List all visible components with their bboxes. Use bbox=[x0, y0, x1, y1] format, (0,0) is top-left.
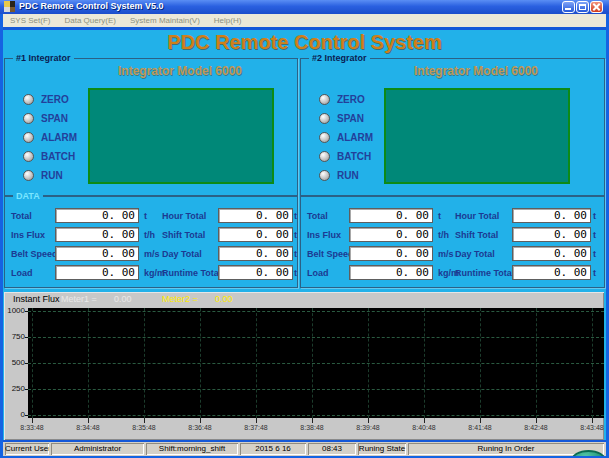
ins-flux-unit: t/h bbox=[144, 230, 155, 240]
integrator-2-caption: #2 Integrator bbox=[309, 53, 370, 64]
led-row-span: SPAN bbox=[23, 112, 68, 125]
y-tick bbox=[25, 363, 28, 364]
day-total-field[interactable]: 0. 00 bbox=[218, 246, 293, 261]
runtime-total-field[interactable]: 0. 00 bbox=[218, 265, 293, 280]
load-label: Load bbox=[307, 268, 329, 278]
title-bar[interactable]: PDC Remote Control System V5.0 bbox=[0, 0, 609, 14]
gridline bbox=[424, 308, 425, 418]
runtime-total-label: Runtime Total bbox=[455, 268, 514, 278]
ins-flux-field[interactable]: 0. 00 bbox=[55, 227, 139, 242]
menu-sys-set[interactable]: SYS Set(F) bbox=[3, 14, 57, 27]
gridline bbox=[144, 308, 145, 418]
gridline bbox=[368, 308, 369, 418]
led-row-span: SPAN bbox=[319, 112, 364, 125]
led-row-zero: ZERO bbox=[23, 93, 69, 106]
y-axis-tick-label: 500 bbox=[4, 359, 25, 367]
integrator-1-model-label: Integrator Model 6000 bbox=[85, 64, 275, 78]
shift-total-field[interactable]: 0. 00 bbox=[218, 227, 293, 242]
x-axis-tick-label: 8:43:48 bbox=[580, 424, 603, 431]
status-running-state-label: Runing State bbox=[358, 443, 406, 455]
hour-total-field[interactable]: 0. 00 bbox=[512, 208, 591, 223]
total-field[interactable]: 0. 00 bbox=[55, 208, 139, 223]
x-tick bbox=[32, 418, 33, 423]
integrator-1-display bbox=[88, 88, 274, 184]
x-tick bbox=[144, 418, 145, 423]
batch-led-label: BATCH bbox=[337, 151, 371, 162]
shift-total-field[interactable]: 0. 00 bbox=[512, 227, 591, 242]
maximize-button[interactable] bbox=[576, 1, 589, 13]
hour-total-label: Hour Total bbox=[162, 211, 206, 221]
y-tick bbox=[25, 389, 28, 390]
x-axis-tick-label: 8:34:48 bbox=[76, 424, 99, 431]
load-field[interactable]: 0. 00 bbox=[55, 265, 139, 280]
belt-speed-field[interactable]: 0. 00 bbox=[55, 246, 139, 261]
ins-flux-label: Ins Flux bbox=[11, 230, 45, 240]
batch-led-icon[interactable] bbox=[23, 151, 34, 162]
status-bar: Current User Administrator Shift:morning… bbox=[3, 442, 606, 456]
day-total-label: Day Total bbox=[162, 249, 202, 259]
ins-flux-field[interactable]: 0. 00 bbox=[349, 227, 433, 242]
batch-led-icon[interactable] bbox=[319, 151, 330, 162]
hour-total-label: Hour Total bbox=[455, 211, 499, 221]
x-axis-tick-label: 8:42:48 bbox=[524, 424, 547, 431]
runtime-total-field[interactable]: 0. 00 bbox=[512, 265, 591, 280]
maximize-icon bbox=[579, 4, 586, 10]
hour-total-field[interactable]: 0. 00 bbox=[218, 208, 293, 223]
menu-system-maintain[interactable]: System Maintain(V) bbox=[123, 14, 207, 27]
x-tick bbox=[256, 418, 257, 423]
load-label: Load bbox=[11, 268, 33, 278]
ins-flux-label: Ins Flux bbox=[307, 230, 341, 240]
batch-led-label: BATCH bbox=[41, 151, 75, 162]
alarm-led-label: ALARM bbox=[41, 132, 77, 143]
gridline bbox=[28, 311, 604, 312]
gridline bbox=[28, 337, 604, 338]
close-button[interactable] bbox=[590, 1, 603, 13]
gridline bbox=[200, 308, 201, 418]
menu-divider bbox=[3, 27, 606, 30]
day-total-field[interactable]: 0. 00 bbox=[512, 246, 591, 261]
span-led-label: SPAN bbox=[41, 113, 68, 124]
runtime-total-unit: t bbox=[593, 268, 596, 278]
status-time: 08:43 bbox=[308, 443, 356, 455]
minimize-button[interactable] bbox=[562, 1, 575, 13]
x-axis-tick-label: 8:33:48 bbox=[20, 424, 43, 431]
trend-chart-panel: Instant Flux Meter1 = 0.00 Meter2 = 0.00… bbox=[4, 292, 604, 440]
status-date: 2015 6 16 bbox=[240, 443, 306, 455]
zero-led-icon[interactable] bbox=[319, 94, 330, 105]
belt-speed-label: Belt Speed bbox=[307, 249, 354, 259]
integrator-1-caption: #1 Integrator bbox=[13, 53, 74, 64]
run-led-icon[interactable] bbox=[23, 170, 34, 181]
span-led-icon[interactable] bbox=[319, 113, 330, 124]
page-title: PDC Remote Control System bbox=[3, 31, 606, 54]
x-axis-tick-label: 8:41:48 bbox=[468, 424, 491, 431]
alarm-led-icon[interactable] bbox=[319, 132, 330, 143]
total-field[interactable]: 0. 00 bbox=[349, 208, 433, 223]
x-tick bbox=[592, 418, 593, 423]
load-field[interactable]: 0. 00 bbox=[349, 265, 433, 280]
shift-total-label: Shift Total bbox=[162, 230, 205, 240]
belt-speed-field[interactable]: 0. 00 bbox=[349, 246, 433, 261]
alarm-led-icon[interactable] bbox=[23, 132, 34, 143]
menu-data-query[interactable]: Data Query(E) bbox=[57, 14, 123, 27]
menu-help[interactable]: Help(H) bbox=[207, 14, 249, 27]
meter1-value: 0.00 bbox=[114, 294, 132, 304]
x-axis-tick-label: 8:40:48 bbox=[412, 424, 435, 431]
total-label: Total bbox=[11, 211, 32, 221]
run-led-label: RUN bbox=[41, 170, 63, 181]
run-led-icon[interactable] bbox=[319, 170, 330, 181]
zero-led-label: ZERO bbox=[41, 94, 69, 105]
span-led-icon[interactable] bbox=[23, 113, 34, 124]
plot-area bbox=[28, 308, 604, 418]
gridline bbox=[536, 308, 537, 418]
shift-total-unit: t bbox=[593, 230, 596, 240]
meter1-legend-label: Meter1 = bbox=[61, 294, 97, 304]
zero-led-icon[interactable] bbox=[23, 94, 34, 105]
status-current-user-label: Current User bbox=[5, 443, 49, 455]
menu-bar: SYS Set(F) Data Query(E) System Maintain… bbox=[3, 14, 606, 27]
minimize-icon bbox=[565, 8, 571, 10]
x-tick bbox=[480, 418, 481, 423]
hour-total-unit: t bbox=[294, 211, 297, 221]
gridline bbox=[480, 308, 481, 418]
x-tick bbox=[368, 418, 369, 423]
hour-total-unit: t bbox=[593, 211, 596, 221]
